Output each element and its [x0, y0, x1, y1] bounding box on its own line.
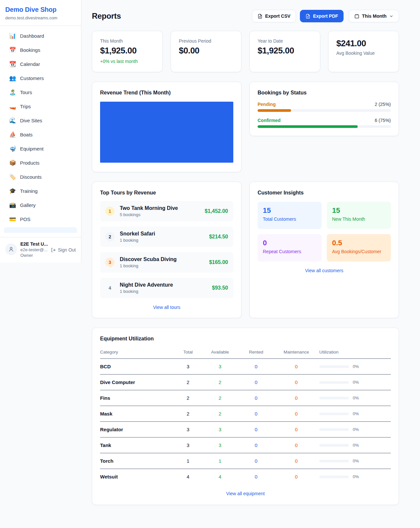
status-count: 6 (75%)	[375, 118, 391, 123]
view-all-customers-link[interactable]: View all customers	[258, 268, 391, 273]
sidebar-item-dive-sites[interactable]: 🌊 Dive Sites	[4, 114, 77, 127]
graduation-cap-icon: 🎓	[9, 188, 16, 194]
table-row: Fins 2 2 0 0 0%	[100, 390, 391, 406]
sidebar-item-trips[interactable]: 🚤 Trips	[4, 100, 77, 113]
utilization-cell: 0%	[319, 443, 391, 448]
charts-row: Revenue Trend (This Month) Bookings by S…	[92, 82, 399, 172]
tour-bookings: 1 booking	[120, 238, 204, 243]
utilization-track	[319, 397, 349, 399]
customer-insights-title: Customer Insights	[258, 190, 391, 196]
page-header: Reports Export CSV Export PDF This Month	[92, 10, 399, 22]
tour-name: Two Tank Morning Dive	[120, 205, 200, 211]
rank-badge: 2	[105, 232, 115, 241]
status-label: Confirmed	[258, 118, 281, 123]
sidebar-item-equipment[interactable]: 🤿 Equipment	[4, 143, 77, 155]
insights-row: Top Tours by Revenue 1 Two Tank Morning …	[92, 182, 399, 318]
sidebar-item-training[interactable]: 🎓 Training	[4, 185, 77, 197]
tour-row: 3 Discover Scuba Diving 1 booking $165.0…	[100, 252, 233, 273]
sidebar-item-boats[interactable]: ⛵ Boats	[4, 129, 77, 141]
calendar-icon: 📅	[9, 47, 16, 53]
shop-name: Demo Dive Shop	[5, 6, 76, 13]
sidebar-item-discounts[interactable]: 🏷️ Discounts	[4, 171, 77, 183]
column-header: Category	[100, 347, 175, 359]
tour-bookings: 1 booking	[120, 263, 204, 268]
bookings-by-status-title: Bookings by Status	[258, 90, 391, 96]
insight-tile-repeat-customers: 0 Repeat Customers	[258, 234, 322, 261]
revenue-trend-title: Revenue Trend (This Month)	[100, 90, 233, 96]
sidebar-item-products[interactable]: 📦 Products	[4, 157, 77, 169]
export-pdf-button[interactable]: Export PDF	[300, 10, 344, 22]
utilization-cell: 0%	[319, 380, 391, 385]
insight-tile-total-customers: 15 Total Customers	[258, 202, 322, 229]
tour-row: 4 Night Dive Adventure 1 booking $93.50	[100, 278, 233, 298]
sidebar-item-bookings[interactable]: 📅 Bookings	[4, 44, 77, 56]
progress-fill	[258, 109, 291, 112]
sidebar-item-dashboard[interactable]: 📊 Dashboard	[4, 30, 77, 42]
table-row: Tank 3 3 0 0 0%	[100, 437, 391, 453]
stat-card-previous-period: Previous Period $0.00	[171, 31, 242, 72]
sidebar: Demo Dive Shop demo.test.divestreams.com…	[0, 0, 81, 262]
user-email: e2e-tester@...	[20, 247, 48, 252]
tour-revenue: $1,452.00	[205, 208, 228, 214]
header-actions: Export CSV Export PDF This Month	[252, 10, 399, 22]
tour-row: 1 Two Tank Morning Dive 5 bookings $1,45…	[100, 201, 233, 221]
progress-fill	[258, 125, 358, 128]
view-all-equipment-link[interactable]: View all equipment	[100, 491, 391, 496]
utilization-track	[319, 381, 349, 384]
bookings-by-status-card: Bookings by Status Pending 2 (25%) Confi…	[249, 82, 399, 136]
avatar	[5, 243, 17, 255]
tour-revenue: $93.50	[212, 285, 228, 291]
column-header: Rented	[239, 347, 273, 359]
equipment-table: Category Total Available Rented Maintena…	[100, 347, 391, 484]
sidebar-item-pos[interactable]: 💳 POS	[4, 213, 77, 226]
sidebar-nav: 📊 Dashboard 📅 Bookings 📆 Calendar 👥 Cust…	[0, 26, 81, 237]
table-header-row: Category Total Available Rented Maintena…	[100, 347, 391, 359]
rank-badge: 4	[105, 283, 115, 293]
utilization-track	[319, 476, 349, 478]
column-header: Utilization	[319, 347, 391, 359]
tour-name: Discover Scuba Diving	[120, 256, 204, 262]
user-role: Owner	[20, 253, 48, 258]
logout-icon	[51, 248, 56, 253]
tour-revenue: $214.50	[209, 234, 228, 240]
view-all-tours-link[interactable]: View all tours	[100, 305, 233, 310]
shop-domain: demo.test.divestreams.com	[5, 15, 76, 20]
progress-track	[258, 125, 391, 128]
table-row: Dive Computer 2 2 0 0 0%	[100, 375, 391, 390]
equipment-utilization-title: Equipment Utilization	[100, 336, 391, 342]
rank-badge: 1	[105, 207, 115, 216]
insight-tile-new-this-month: 15 New This Month	[327, 202, 391, 229]
utilization-cell: 0%	[319, 458, 391, 463]
period-dropdown[interactable]: This Month	[349, 10, 399, 22]
table-row: Torch 1 1 0 0 0%	[100, 453, 391, 469]
table-row: Wetsuit 4 4 0 0 0%	[100, 469, 391, 485]
status-row-pending: Pending 2 (25%)	[258, 102, 391, 112]
speedboat-icon: 🚤	[9, 103, 16, 110]
sidebar-item-tours[interactable]: 🏝️ Tours	[4, 86, 77, 99]
top-tours-card: Top Tours by Revenue 1 Two Tank Morning …	[92, 182, 242, 318]
sign-out-button[interactable]: Sign Out	[51, 247, 76, 253]
calendar-icon	[354, 14, 359, 19]
column-header: Available	[201, 347, 239, 359]
diving-mask-icon: 🤿	[9, 146, 16, 152]
tour-row: 2 Snorkel Safari 1 booking $214.50	[100, 227, 233, 247]
utilization-cell: 0%	[319, 364, 391, 369]
sidebar-item-calendar[interactable]: 📆 Calendar	[4, 58, 77, 71]
revenue-trend-bar	[100, 102, 233, 163]
bar-chart-icon: 📊	[9, 33, 16, 39]
rank-badge: 3	[105, 258, 115, 267]
export-csv-button[interactable]: Export CSV	[252, 10, 296, 22]
chevron-down-icon	[389, 14, 393, 18]
sidebar-user-footer: E2E Test U... e2e-tester@... Owner Sign …	[0, 237, 81, 262]
sidebar-item-reports-partial[interactable]	[4, 227, 77, 233]
tour-revenue: $165.00	[209, 259, 228, 265]
table-row: Mask 2 2 0 0 0%	[100, 406, 391, 422]
utilization-cell: 0%	[319, 396, 391, 400]
stat-delta: +0% vs last month	[100, 59, 155, 64]
island-icon: 🏝️	[9, 89, 16, 96]
user-name: E2E Test U...	[20, 241, 48, 247]
stats-row: This Month $1,925.00 +0% vs last month P…	[92, 31, 399, 72]
sidebar-item-gallery[interactable]: 📸 Gallery	[4, 199, 77, 212]
tour-name: Night Dive Adventure	[120, 282, 207, 288]
sidebar-item-customers[interactable]: 👥 Customers	[4, 72, 77, 85]
